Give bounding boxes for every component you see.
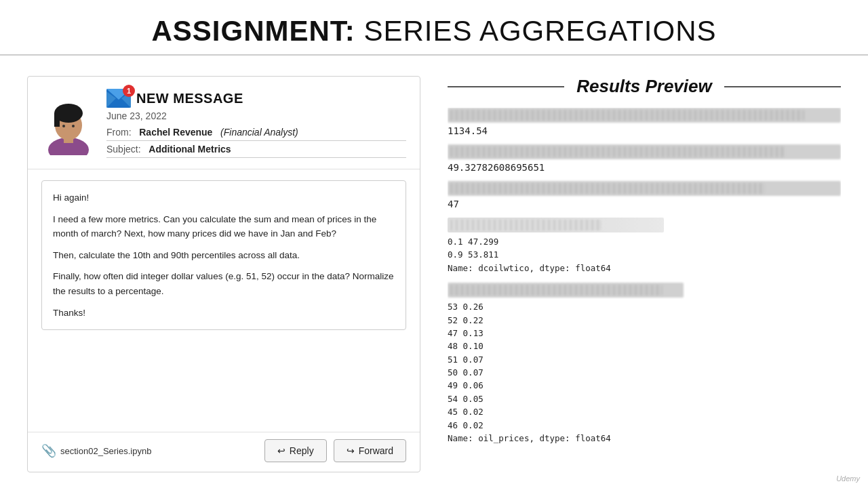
- email-date: June 23, 2022: [106, 110, 406, 121]
- from-label: From:: [106, 127, 132, 138]
- sender-title: (Financial Analyst): [220, 127, 298, 138]
- new-message-label: NEW MESSAGE: [136, 91, 243, 106]
- action-buttons: ↩ Reply ↪ Forward: [264, 439, 406, 462]
- results-panel: Results Preview 1134.54 49.3278260869565…: [448, 76, 841, 472]
- result-bar-4: [448, 218, 664, 232]
- results-title: Results Preview: [564, 76, 724, 97]
- email-meta: 1 NEW MESSAGE June 23, 2022 From: Rachel…: [106, 89, 406, 161]
- results-line-left: [448, 86, 564, 87]
- subject-label: Subject:: [106, 144, 141, 155]
- subject-text: Additional Metrics: [149, 144, 231, 155]
- results-content: 1134.54 49.32782608695651 47: [448, 108, 841, 472]
- result-value-1: 1134.54: [448, 124, 841, 140]
- notification-badge: 1: [123, 85, 135, 97]
- reply-icon: ↩: [277, 445, 285, 456]
- svg-point-5: [62, 125, 65, 127]
- result-bar-5: [448, 283, 684, 298]
- email-panel: 1 NEW MESSAGE June 23, 2022 From: Rachel…: [27, 76, 420, 472]
- email-footer: 📎 section02_Series.ipynb ↩ Reply ↪ Forwa…: [28, 432, 420, 472]
- new-message-row: 1 NEW MESSAGE: [106, 89, 406, 108]
- mail-icon-wrap: 1: [106, 89, 131, 108]
- from-row: From: Rachel Revenue (Financial Analyst): [106, 127, 406, 141]
- sender-name: Rachel Revenue: [139, 127, 212, 138]
- result-block-4: 0.1 47.299 0.9 53.811 Name: dcoilwtico, …: [448, 218, 841, 279]
- result-value-2: 49.32782608695651: [448, 161, 841, 177]
- result-block-5: 53 0.26 52 0.22 47 0.13 48 0.10 51 0.07 …: [448, 283, 841, 449]
- attachment-filename: section02_Series.ipynb: [60, 446, 151, 456]
- body-para-5: Thanks!: [53, 306, 395, 321]
- page-header: ASSIGNMENT: SERIES AGGREGATIONS: [0, 0, 868, 56]
- email-header: 1 NEW MESSAGE June 23, 2022 From: Rachel…: [28, 77, 420, 169]
- body-para-2: I need a few more metrics. Can you calcu…: [53, 212, 395, 241]
- body-para-3: Then, calculate the 10th and 90th percen…: [53, 248, 395, 263]
- forward-icon: ↪: [347, 445, 355, 456]
- result-value-5: 53 0.26 52 0.22 47 0.13 48 0.10 51 0.07 …: [448, 299, 841, 449]
- svg-rect-4: [54, 113, 60, 127]
- paperclip-icon: 📎: [41, 443, 56, 458]
- email-body-inner: Hi again! I need a few more metrics. Can…: [41, 180, 406, 330]
- results-line-right: [724, 86, 841, 87]
- result-bar-2: [448, 144, 841, 159]
- page-title: ASSIGNMENT: SERIES AGGREGATIONS: [0, 15, 868, 47]
- watermark: Udemy: [836, 474, 860, 483]
- forward-button[interactable]: ↪ Forward: [334, 439, 406, 462]
- attachment: 📎 section02_Series.ipynb: [41, 443, 151, 458]
- email-body: Hi again! I need a few more metrics. Can…: [28, 169, 420, 432]
- result-bar-1: [448, 108, 841, 123]
- results-header: Results Preview: [448, 76, 841, 97]
- reply-button[interactable]: ↩ Reply: [264, 439, 327, 462]
- body-para-4: Finally, how often did integer dollar va…: [53, 269, 395, 298]
- svg-point-6: [72, 125, 75, 127]
- body-para-1: Hi again!: [53, 190, 395, 205]
- result-value-4: 0.1 47.299 0.9 53.811 Name: dcoilwtico, …: [448, 234, 841, 279]
- avatar: [41, 94, 96, 155]
- result-value-3: 47: [448, 197, 841, 214]
- main-layout: 1 NEW MESSAGE June 23, 2022 From: Rachel…: [0, 56, 868, 486]
- subject-row: Subject: Additional Metrics: [106, 144, 406, 158]
- result-block-2: 49.32782608695651: [448, 144, 841, 177]
- result-bar-3: [448, 181, 841, 196]
- result-block-1: 1134.54: [448, 108, 841, 140]
- result-block-3: 47: [448, 181, 841, 214]
